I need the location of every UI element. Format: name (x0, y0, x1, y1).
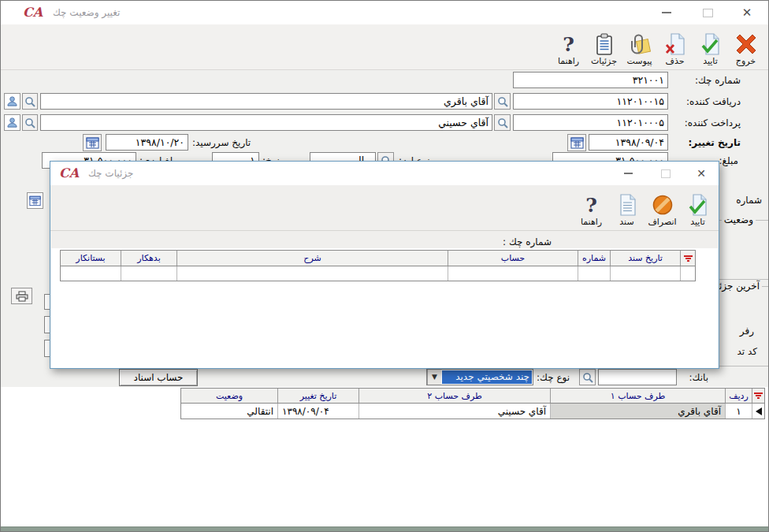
delete-icon (664, 33, 686, 55)
cancel-icon (652, 194, 674, 216)
grid-header-change-date[interactable]: تاريخ تغيير (277, 389, 358, 403)
delete-button[interactable]: حذف (657, 31, 693, 69)
attach-button[interactable]: پيوست (622, 31, 657, 69)
grid-header-party2[interactable]: طرف حساب ۲ (358, 389, 550, 403)
help-icon: ? (563, 35, 574, 55)
printer-icon (16, 291, 28, 302)
dialog-maximize-button[interactable] (657, 166, 674, 180)
grid-header-row: رديف طرف حساب ۱ طرف حساب ۲ تاريخ تغيير و… (181, 389, 764, 404)
receiver-person-button[interactable] (4, 93, 20, 110)
minimize-button[interactable] (658, 6, 675, 20)
dialog-cancel-button[interactable]: انصراف (645, 192, 680, 230)
details-header-credit[interactable]: بستانكار (61, 251, 121, 266)
code-label-fragment: كد تد (737, 346, 757, 357)
serial-label-fragment: شماره (736, 195, 762, 206)
dialog-sanad-button[interactable]: سند (609, 192, 645, 230)
attach-icon (629, 33, 651, 55)
receiver-name-input[interactable]: آقاي باقري (40, 93, 492, 110)
dialog-minimize-button[interactable] (619, 166, 637, 180)
details-header-description[interactable]: شرح (176, 251, 448, 266)
change-date-value: ۱۳۹۸/۰۹/۰۴ (615, 136, 664, 148)
due-date-input[interactable]: ۱۳۹۸/۱۰/۲۰ (106, 134, 188, 151)
details-label: جزئيات (591, 56, 617, 66)
grid-data-row[interactable]: ۱ آقاي باقري آقاي حسيني ۱۳۹۸/۰۹/۰۴ انتقا… (181, 404, 764, 419)
main-titlebar: CA تغيير وضعيت چك ✕ (1, 1, 768, 25)
confirm-button[interactable]: تاييد (693, 31, 728, 69)
delete-label: حذف (666, 56, 685, 66)
dialog-confirm-button[interactable]: تاييد (680, 192, 715, 230)
sanad-account-button[interactable]: حساب اسناد (119, 369, 198, 386)
current-row-arrow-icon (756, 407, 762, 415)
details-header-number[interactable]: شماره (578, 251, 610, 266)
filter-icon (754, 392, 763, 399)
cell-change-date-value: ۱۳۹۸/۰۹/۰۴ (282, 406, 329, 417)
status-grid: رديف طرف حساب ۱ طرف حساب ۲ تاريخ تغيير و… (180, 388, 765, 419)
due-date-label: تاريخ سررسيد: (192, 137, 251, 148)
payer-person-button[interactable] (4, 114, 20, 131)
print-button[interactable] (11, 288, 32, 304)
status-group-label: وضعيت (722, 214, 756, 225)
check-number-input[interactable]: ۳۲۱۰۰۱ (513, 72, 668, 88)
document-icon (616, 194, 638, 216)
grid-filter-cell[interactable] (752, 389, 764, 403)
dialog-cancel-label: انصراف (648, 217, 676, 227)
person-icon (6, 117, 18, 128)
cell-status: انتقالي (181, 404, 277, 419)
details-header-account[interactable]: حساب (448, 251, 578, 266)
receiver-code-input[interactable]: ۱۱۲۰۱۰۰۱۵ (513, 93, 668, 110)
grid-header-status[interactable]: وضعيت (181, 389, 277, 403)
details-button[interactable]: جزئيات (586, 31, 622, 69)
close-button[interactable]: ✕ (738, 6, 756, 20)
grid-header-party1[interactable]: طرف حساب ۱ (550, 389, 725, 403)
receiver-name-search-button[interactable] (22, 93, 38, 110)
receiver-search-button[interactable] (494, 93, 511, 110)
due-date-calendar-button[interactable] (83, 134, 102, 151)
exit-icon (735, 33, 757, 55)
main-toolbar: خروج تاييد حذف پيوست جزئيات ? راهنما (1, 24, 768, 70)
bank-search-button[interactable] (579, 369, 596, 385)
bank-input[interactable] (598, 369, 677, 385)
change-date-input[interactable]: ۱۳۹۸/۰۹/۰۴ (589, 134, 668, 151)
dialog-help-button[interactable]: ? راهنما (574, 193, 609, 230)
bottom-statusbar (1, 526, 769, 532)
search-icon (24, 117, 35, 128)
details-empty-row[interactable] (61, 266, 695, 281)
maximize-icon (703, 9, 713, 17)
exit-label: خروج (736, 56, 756, 66)
change-date-calendar-button[interactable] (567, 134, 586, 151)
cell-row-number: ۱ (725, 404, 752, 419)
confirm-icon (687, 194, 709, 216)
details-header-doc-date[interactable]: تاريخ سند (610, 251, 680, 266)
check-type-selected-value: چند شخصيتي جديد (442, 370, 532, 384)
calendar-icon (570, 136, 584, 149)
dialog-close-button[interactable]: ✕ (693, 166, 710, 180)
dialog-help-label: راهنما (581, 217, 602, 227)
help-button[interactable]: ? راهنما (551, 32, 586, 69)
dialog-toolbar: تاييد انصراف سند ? راهنما (50, 185, 719, 231)
details-header-debit[interactable]: بدهكار (121, 251, 176, 266)
payer-code-input[interactable]: ۱۱۲۰۱۰۰۰۵ (513, 114, 668, 131)
hidden-date-calendar-button[interactable] (27, 192, 43, 209)
payer-search-button[interactable] (494, 114, 511, 131)
search-icon (24, 96, 35, 107)
help-label: راهنما (558, 56, 579, 66)
grid-header-row-number[interactable]: رديف (725, 389, 752, 403)
details-filter-cell[interactable] (680, 251, 695, 266)
confirm-icon (700, 33, 722, 55)
chevron-down-icon: ▼ (427, 370, 441, 385)
minimize-icon (662, 12, 671, 13)
check-type-combobox[interactable]: ▼ چند شخصيتي جديد (426, 369, 533, 385)
calendar-icon (86, 136, 99, 149)
exit-button[interactable]: خروج (728, 31, 763, 69)
payer-name-input[interactable]: آقاي حسيني (40, 114, 492, 131)
cell-change-date: ۱۳۹۸/۰۹/۰۴ (277, 404, 358, 419)
maximize-button[interactable] (699, 6, 716, 20)
calendar-icon (29, 195, 41, 206)
check-number-label: شماره چك: (695, 75, 741, 86)
dialog-confirm-label: تاييد (690, 217, 705, 227)
amount-label: مبلغ: (719, 155, 738, 166)
dialog-logo: CA (59, 166, 79, 180)
attach-label: پيوست (626, 56, 652, 66)
search-icon (497, 117, 508, 128)
payer-name-search-button[interactable] (22, 114, 38, 131)
